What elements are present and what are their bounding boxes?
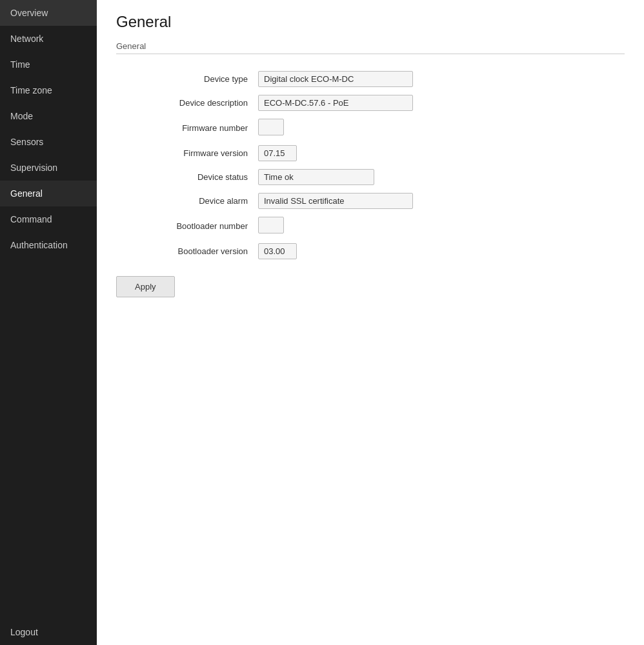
firmware-version-label: Firmware version [116,141,258,165]
firmware-version-field: 07.15 [258,145,297,161]
firmware-version-value: 07.15 [258,141,625,165]
sidebar-item-sensors[interactable]: Sensors [0,129,97,155]
sidebar-item-time[interactable]: Time [0,52,97,77]
sidebar-item-network[interactable]: Network [0,26,97,52]
sidebar-item-general[interactable]: General [0,181,97,206]
sidebar-item-authentication[interactable]: Authentication [0,232,97,258]
device-alarm-label: Device alarm [116,189,258,213]
sidebar-item-overview[interactable]: Overview [0,0,97,26]
bootloader-number-row: Bootloader number [116,213,625,239]
sidebar: Overview Network Time Time zone Mode Sen… [0,0,97,645]
device-alarm-value: Invalid SSL certificate [258,189,625,213]
firmware-number-label: Firmware number [116,115,258,141]
bootloader-number-field [258,217,284,233]
sidebar-item-supervision[interactable]: Supervision [0,155,97,181]
firmware-number-field [258,119,284,135]
page-title: General [116,13,625,31]
firmware-number-row: Firmware number [116,115,625,141]
bootloader-version-label: Bootloader version [116,239,258,263]
device-alarm-field: Invalid SSL certificate [258,193,413,209]
device-type-label: Device type [116,67,258,91]
bootloader-version-field: 03.00 [258,243,297,259]
sidebar-item-timezone[interactable]: Time zone [0,77,97,103]
device-description-label: Device description [116,91,258,115]
device-alarm-row: Device alarm Invalid SSL certificate [116,189,625,213]
apply-button[interactable]: Apply [116,276,175,297]
bootloader-version-row: Bootloader version 03.00 [116,239,625,263]
bootloader-version-value: 03.00 [258,239,625,263]
bootloader-number-label: Bootloader number [116,213,258,239]
sidebar-item-mode[interactable]: Mode [0,103,97,129]
section-header: General [116,41,625,54]
device-type-row: Device type Digital clock ECO-M-DC [116,67,625,91]
device-status-row: Device status Time ok [116,165,625,189]
sidebar-item-logout[interactable]: Logout [0,619,97,645]
sidebar-item-command[interactable]: Command [0,206,97,232]
device-status-value: Time ok [258,165,625,189]
device-status-field: Time ok [258,169,374,185]
main-content: General General Device type Digital cloc… [97,0,644,645]
firmware-number-value [258,115,625,141]
device-description-field: ECO-M-DC.57.6 - PoE [258,95,413,111]
device-description-value: ECO-M-DC.57.6 - PoE [258,91,625,115]
bootloader-number-value [258,213,625,239]
firmware-version-row: Firmware version 07.15 [116,141,625,165]
general-form: Device type Digital clock ECO-M-DC Devic… [116,67,625,263]
device-status-label: Device status [116,165,258,189]
device-type-field: Digital clock ECO-M-DC [258,71,413,87]
device-description-row: Device description ECO-M-DC.57.6 - PoE [116,91,625,115]
device-type-value: Digital clock ECO-M-DC [258,67,625,91]
